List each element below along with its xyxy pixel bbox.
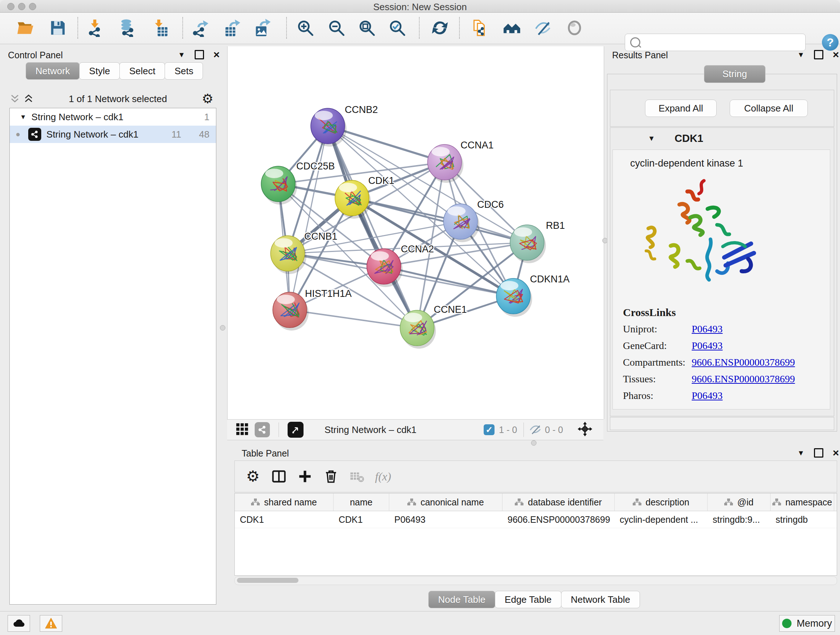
panel-menu-icon[interactable]: ▼ <box>797 449 805 457</box>
network-node-ccnb2[interactable]: CCNB2 <box>311 104 378 147</box>
entry-expander-icon[interactable]: ▼ <box>648 134 655 143</box>
save-session-button[interactable] <box>46 16 69 40</box>
panel-float-icon[interactable] <box>814 448 823 458</box>
cloud-button[interactable] <box>8 615 30 632</box>
column-header-shared-name[interactable]: shared name <box>235 494 333 511</box>
crosslink-link[interactable]: P06493 <box>692 390 723 402</box>
panel-menu-icon[interactable]: ▼ <box>797 51 805 59</box>
tab-network-table[interactable]: Network Table <box>561 591 640 608</box>
hide-selection-button[interactable] <box>531 16 554 40</box>
network-canvas[interactable]: CCNB2CCNA1CDC25BCDK1CDC6RB1CCNB1CCNA2CDK… <box>227 46 604 419</box>
panel-float-icon[interactable] <box>195 50 204 59</box>
tab-sets[interactable]: Sets <box>164 62 203 80</box>
birdseye-view-icon[interactable] <box>287 422 303 438</box>
collapse-all-button[interactable]: Collapse All <box>729 100 808 117</box>
zoom-selected-button[interactable] <box>386 16 409 40</box>
selected-checkbox-icon[interactable]: ✓ <box>484 424 494 435</box>
panel-menu-icon[interactable]: ▼ <box>178 51 185 59</box>
network-node-cdc25b[interactable]: CDC25B <box>261 161 335 204</box>
memory-status-dot-icon <box>782 619 791 628</box>
splitter-grip[interactable] <box>531 440 537 446</box>
tab-string[interactable]: String <box>704 65 766 83</box>
tab-style[interactable]: Style <box>79 62 120 80</box>
search-input[interactable] <box>643 37 805 48</box>
pan-crosshair-icon[interactable] <box>577 421 592 438</box>
network-edge[interactable] <box>290 310 417 328</box>
import-network-database-button[interactable] <box>115 16 138 40</box>
collapse-all-icon[interactable] <box>9 93 20 104</box>
panel-close-icon[interactable]: × <box>833 449 839 456</box>
delete-table-icon[interactable] <box>344 466 370 487</box>
create-column-plus-icon[interactable] <box>292 466 318 487</box>
crosslink-link[interactable]: 9606.ENSP00000378699 <box>692 373 795 385</box>
tab-select[interactable]: Select <box>119 62 165 80</box>
warnings-button[interactable] <box>40 615 62 632</box>
show-columns-icon[interactable] <box>266 466 292 487</box>
column-header-canonical-name[interactable]: canonical name <box>389 494 502 511</box>
control-panel-tabs: NetworkStyleSelectSets <box>26 62 203 80</box>
network-node-ccna1[interactable]: CCNA1 <box>428 140 494 183</box>
memory-button[interactable]: Memory <box>779 615 835 632</box>
column-header--id[interactable]: @id <box>707 494 771 511</box>
results-entry: ▼ CDK1 cyclin-dependent kinase 1 <box>610 127 834 416</box>
network-list-options-gear-icon[interactable]: ⚙ <box>202 92 213 105</box>
table-options-gear-icon[interactable]: ⚙ <box>240 466 266 487</box>
houses-button[interactable] <box>500 16 523 40</box>
grid-view-icon[interactable] <box>235 422 249 437</box>
network-collection-row[interactable]: ▼ String Network – cdk1 1 <box>10 108 216 126</box>
network-node-cdc6[interactable]: CDC6 <box>444 199 504 242</box>
collection-expander-icon[interactable]: ▼ <box>20 113 27 121</box>
open-session-button[interactable] <box>14 16 37 40</box>
network-node-ccnb1[interactable]: CCNB1 <box>271 231 338 274</box>
network-edge[interactable] <box>384 266 513 296</box>
shared-column-icon <box>772 498 781 506</box>
tab-network[interactable]: Network <box>26 62 80 80</box>
column-header-description[interactable]: description <box>615 494 707 511</box>
network-node-ccna2[interactable]: CCNA2 <box>367 244 434 287</box>
import-table-file-button[interactable] <box>148 16 172 40</box>
zoom-fit-button[interactable] <box>355 16 378 40</box>
toolbar-separator <box>419 17 420 39</box>
zoom-in-button[interactable] <box>294 16 317 40</box>
zoom-out-button[interactable] <box>325 16 348 40</box>
eye-button[interactable] <box>563 16 586 40</box>
export-table-button[interactable] <box>220 16 243 40</box>
crosslink-link[interactable]: P06493 <box>692 323 723 335</box>
column-header-namespace[interactable]: namespace <box>771 494 834 511</box>
panel-close-icon[interactable]: × <box>213 51 220 58</box>
table-horizontal-scrollbar[interactable] <box>234 576 837 585</box>
network-row[interactable]: ● String Network – cdk1 11 48 <box>10 126 216 143</box>
crosslink-link[interactable]: 9606.ENSP00000378699 <box>692 356 795 368</box>
eye-slash-icon <box>534 19 552 37</box>
expand-all-button[interactable]: Expand All <box>645 100 717 117</box>
function-builder-icon[interactable]: f(x) <box>370 466 396 487</box>
panel-float-icon[interactable] <box>814 50 823 59</box>
expand-all-icon[interactable] <box>23 93 34 104</box>
import-network-file-button[interactable] <box>83 16 106 40</box>
network-graph[interactable]: CCNB2CCNA1CDC25BCDK1CDC6RB1CCNB1CCNA2CDK… <box>227 46 604 418</box>
node-label: CDKN1A <box>530 274 570 285</box>
column-header-label: name <box>350 497 373 508</box>
network-node-cdkn1a[interactable]: CDKN1A <box>496 274 570 317</box>
export-image-button[interactable] <box>250 16 273 40</box>
column-header-database-identifier[interactable]: database identifier <box>502 494 615 511</box>
network-node-rb1[interactable]: RB1 <box>510 220 565 263</box>
delete-column-trash-icon[interactable] <box>318 466 344 487</box>
tab-node-table[interactable]: Node Table <box>428 591 495 608</box>
export-network-button[interactable] <box>189 16 212 40</box>
node-table[interactable]: shared namenamecanonical namedatabase id… <box>234 493 837 576</box>
column-header-name[interactable]: name <box>333 494 389 511</box>
entry-header[interactable]: ▼ CDK1 <box>610 128 834 149</box>
network-node-hist1h1a[interactable]: HIST1H1A <box>273 288 352 331</box>
hidden-node-edge-count: 0 - 0 <box>545 424 563 435</box>
new-network-from-selection-button[interactable] <box>469 16 492 40</box>
apply-layout-button[interactable] <box>428 16 452 40</box>
table-row[interactable]: CDK1CDK1P064939606.ENSP00000378699cyclin… <box>235 511 837 528</box>
table-body: CDK1CDK1P064939606.ENSP00000378699cyclin… <box>235 511 837 528</box>
panel-close-icon[interactable]: × <box>833 51 839 58</box>
splitter-grip[interactable] <box>220 325 225 331</box>
scrollbar-thumb[interactable] <box>237 578 298 583</box>
tab-edge-table[interactable]: Edge Table <box>495 591 561 608</box>
share-view-icon[interactable] <box>255 422 270 437</box>
crosslink-link[interactable]: P06493 <box>692 340 723 352</box>
